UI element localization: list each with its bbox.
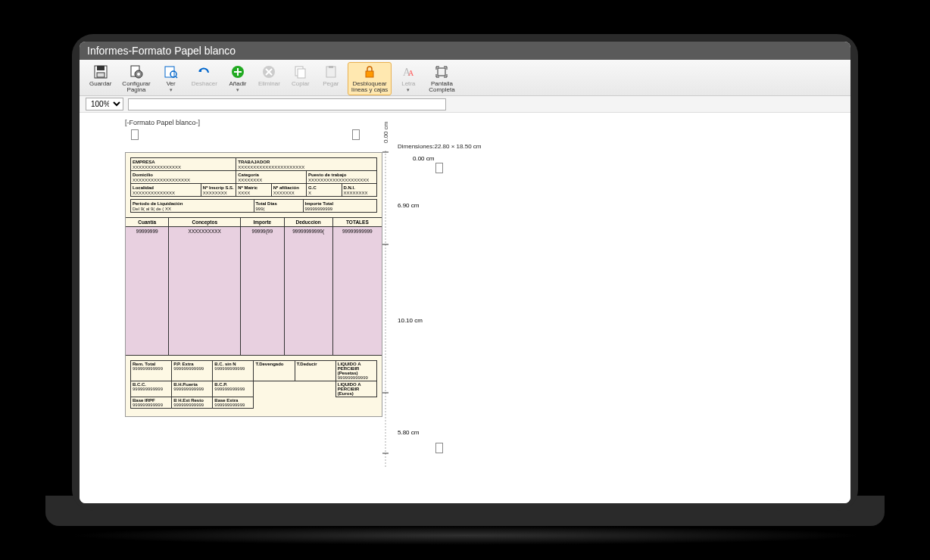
domicilio-value: XXXXXXXXXXXXXXXXXXX: [133, 178, 190, 182]
cell-totales: 99999999999: [333, 227, 382, 355]
copy-label: Copiar: [292, 81, 310, 87]
footer-table: Rem. Total999999999999 P.P. Extra9999999…: [130, 360, 377, 409]
dni-value: XXXXXXXX: [344, 191, 368, 195]
paste-button[interactable]: Pegar: [317, 62, 345, 89]
chevron-down-icon: ▾: [236, 87, 239, 92]
anchor-top-right[interactable]: [352, 129, 360, 140]
matric-value: XXXX: [238, 191, 250, 195]
unlock-button[interactable]: Desbloquear líneas y cajas: [348, 62, 392, 95]
svg-rect-20: [366, 71, 373, 77]
svg-rect-2: [97, 73, 105, 77]
puesto-label: Puesto de trabajo: [308, 173, 346, 177]
window-title: Informes-Formato Papel blanco: [87, 45, 236, 57]
zoom-select[interactable]: 100%: [86, 98, 123, 110]
ruler-0: 0.00 cm: [413, 155, 434, 162]
fullscreen-icon: [434, 64, 449, 79]
col-cuantia: Cuantía: [126, 218, 169, 226]
categoria-label: Categoría: [238, 173, 259, 177]
afiliacion-value: XXXXXXX: [273, 191, 295, 195]
copy-button[interactable]: Copiar: [287, 62, 314, 89]
lock-icon: [362, 64, 377, 79]
cell-importe: 99999(99: [241, 227, 284, 355]
anchor-side-1[interactable]: [435, 163, 443, 173]
undo-label: Deshacer: [192, 81, 217, 87]
font-label: Letra: [401, 81, 415, 87]
svg-rect-17: [298, 69, 305, 78]
ruler-1: 6.90 cm: [398, 202, 419, 209]
page-setup-icon: [129, 64, 144, 79]
dni-label: D.N.I.: [344, 185, 355, 190]
path-input[interactable]: [128, 98, 446, 110]
svg-rect-23: [438, 68, 445, 76]
puesto-value: XXXXXXXXXXXXXXXXXXXX: [308, 178, 369, 182]
add-icon: [230, 64, 245, 79]
localidad-value: XXXXXXXXXXXXXX: [133, 191, 175, 195]
anchor-top-left[interactable]: [131, 129, 139, 140]
fullscreen-button[interactable]: Pantalla Completa: [425, 62, 458, 95]
detail-band[interactable]: 99999999 XXXXXXXXXX 99999(99 99999999999…: [126, 227, 382, 356]
save-icon: [93, 64, 108, 79]
ruler-top-vert: 0.00 cm: [382, 122, 389, 143]
page-setup-label: Configurar Pagina: [122, 81, 150, 93]
importetotal-value: 99999999999: [305, 207, 333, 211]
save-label: Guardar: [89, 81, 111, 87]
gc-label: G.C: [308, 185, 317, 190]
col-deduccion: Deduccion: [285, 218, 333, 226]
delete-label: Eliminar: [258, 81, 280, 87]
totaldias-label: Total Días: [256, 201, 277, 206]
canvas-title: [-Formato Papel blanco-]: [125, 119, 200, 126]
view-button[interactable]: Ver ▾: [158, 62, 185, 95]
header-table: EMPRESAXXXXXXXXXXXXXXXX TRABAJADORXXXXXX…: [130, 157, 377, 197]
zoom-bar: 100%: [80, 96, 850, 113]
svg-line-8: [176, 76, 177, 78]
f-tdev: T.Devengado: [255, 362, 283, 366]
grid-header: Cuantía Conceptos Importe Deduccion TOTA…: [126, 217, 382, 227]
col-totales: TOTALES: [333, 218, 382, 226]
delete-button[interactable]: Eliminar: [254, 62, 284, 89]
add-button[interactable]: Añadir ▾: [224, 62, 251, 95]
workspace: [-Formato Papel blanco-] 0.00 cm Dimensi…: [80, 113, 850, 503]
afiliacion-label: Nº afiliación: [273, 185, 299, 190]
ruler-ticks: [382, 151, 398, 468]
chevron-down-icon: ▾: [407, 87, 410, 92]
font-button[interactable]: AA Letra ▾: [395, 62, 422, 95]
empresa-value: XXXXXXXXXXXXXXXX: [133, 165, 181, 170]
canvas-area[interactable]: [-Formato Papel blanco-] 0.00 cm Dimensi…: [80, 113, 850, 503]
inscrip-label: Nº Inscrip S.S.: [203, 185, 234, 190]
ruler-3: 5.80 cm: [398, 429, 419, 436]
undo-icon: [197, 64, 212, 79]
delete-icon: [261, 64, 276, 79]
dimensions-label: Dimensiones:22.80 × 18.50 cm: [398, 143, 482, 150]
font-icon: AA: [401, 64, 416, 79]
svg-text:A: A: [408, 69, 414, 77]
gc-value: X: [308, 191, 311, 195]
f-liquido2: LIQUIDO A PERCIBIR (Euros): [338, 382, 361, 396]
localidad-label: Localidad: [133, 185, 154, 190]
matric-label: Nº Matric: [238, 185, 257, 190]
page-setup-button[interactable]: Configurar Pagina: [118, 62, 154, 95]
inscrip-value: XXXXXXXX: [203, 191, 227, 195]
add-label: Añadir: [229, 81, 246, 87]
f-liquido: LIQUIDO A PERCIBIR (Pesetas): [338, 362, 361, 375]
categoria-value: XXXXXXXX: [238, 178, 262, 182]
chevron-down-icon: ▾: [170, 87, 173, 92]
toolbar: Guardar Configurar Pagina Ver ▾ Deshace: [80, 60, 850, 96]
titlebar: Informes-Formato Papel blanco: [80, 42, 850, 60]
svg-rect-1: [97, 66, 105, 70]
ruler-2: 10.10 cm: [398, 317, 423, 324]
periodo-value: Del 9( al 9( de ( XX: [133, 207, 171, 211]
importetotal-label: Importe Total: [305, 201, 334, 206]
view-label: Ver: [167, 81, 176, 87]
cell-cuantia: 99999999: [126, 227, 169, 355]
periodo-label: Período de Liquidación: [133, 201, 183, 206]
svg-point-5: [137, 73, 140, 76]
save-button[interactable]: Guardar: [86, 62, 115, 89]
domicilio-label: Domicilio: [133, 173, 153, 177]
empresa-label: EMPRESA: [133, 160, 155, 164]
anchor-side-2[interactable]: [435, 443, 443, 453]
totaldias-value: 999(: [256, 207, 265, 211]
svg-rect-6: [165, 67, 174, 77]
report-page[interactable]: EMPRESAXXXXXXXXXXXXXXXX TRABAJADORXXXXXX…: [125, 152, 382, 417]
undo-button[interactable]: Deshacer: [188, 62, 221, 89]
trabajador-label: TRABAJADOR: [238, 160, 270, 164]
